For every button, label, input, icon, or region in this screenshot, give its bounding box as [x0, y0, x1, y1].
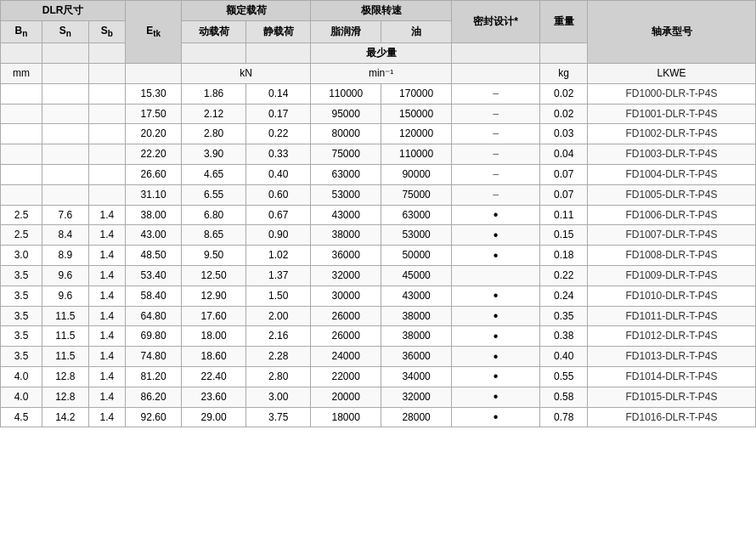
- cell-weight: 0.22: [540, 265, 588, 285]
- cell-seal: •: [452, 326, 540, 347]
- cell-etk: 74.80: [126, 347, 182, 367]
- table-row: 31.106.550.605300075000–0.07FD1005-DLR-T…: [1, 184, 756, 205]
- cell-static: 0.22: [246, 124, 311, 144]
- cell-weight: 0.40: [540, 347, 588, 367]
- cell-grease: 95000: [311, 104, 381, 124]
- cell-bn: [1, 164, 42, 184]
- cell-bn: 4.5: [1, 407, 42, 427]
- cell-static: 0.14: [246, 83, 311, 104]
- table-row: 4.514.21.492.6029.003.751800028000•0.78F…: [1, 407, 756, 427]
- header-sb: Sb: [88, 20, 125, 42]
- cell-static: 2.28: [246, 347, 311, 367]
- table-row: 4.012.81.486.2023.603.002000032000•0.58F…: [1, 387, 756, 407]
- cell-oil: 110000: [381, 144, 452, 165]
- cell-seal: –: [452, 83, 540, 104]
- cell-dynamic: 17.60: [182, 306, 246, 326]
- cell-sb: 1.4: [88, 306, 125, 326]
- cell-dynamic: 8.65: [182, 225, 246, 246]
- cell-bn: [1, 104, 42, 124]
- cell-oil: 75000: [381, 184, 452, 205]
- cell-dynamic: 1.86: [182, 83, 246, 104]
- cell-grease: 22000: [311, 366, 381, 387]
- unit-kn: kN: [182, 63, 311, 83]
- cell-model: FD1002-DLR-T-P4S: [588, 124, 756, 144]
- table-row: 2.58.41.443.008.650.903800053000•0.15FD1…: [1, 225, 756, 246]
- cell-etk: 31.10: [126, 184, 182, 205]
- cell-sb: 1.4: [88, 246, 125, 266]
- cell-bn: 2.5: [1, 205, 42, 225]
- cell-bn: [1, 184, 42, 205]
- cell-grease: 26000: [311, 326, 381, 347]
- cell-dynamic: 2.80: [182, 124, 246, 144]
- cell-static: 0.40: [246, 164, 311, 184]
- cell-grease: 63000: [311, 164, 381, 184]
- cell-model: FD1005-DLR-T-P4S: [588, 184, 756, 205]
- cell-sb: 1.4: [88, 326, 125, 347]
- cell-weight: 0.07: [540, 164, 588, 184]
- table-row: 3.511.51.469.8018.002.162600038000•0.38F…: [1, 326, 756, 347]
- cell-static: 1.50: [246, 285, 311, 306]
- cell-dynamic: 23.60: [182, 387, 246, 407]
- cell-sn: [42, 104, 89, 124]
- cell-sn: 11.5: [42, 347, 89, 367]
- cell-seal: –: [452, 184, 540, 205]
- cell-static: 0.33: [246, 144, 311, 165]
- header-sn: Sn: [42, 20, 89, 42]
- cell-sn: [42, 124, 89, 144]
- unit-lkwe: LKWE: [588, 63, 756, 83]
- cell-sn: 11.5: [42, 326, 89, 347]
- cell-weight: 0.02: [540, 83, 588, 104]
- cell-dynamic: 9.50: [182, 246, 246, 266]
- cell-seal: •: [452, 246, 540, 266]
- cell-bn: 3.5: [1, 326, 42, 347]
- cell-etk: 64.80: [126, 306, 182, 326]
- cell-sb: [88, 104, 125, 124]
- cell-sb: 1.4: [88, 387, 125, 407]
- cell-bn: 3.5: [1, 285, 42, 306]
- cell-seal: •: [452, 205, 540, 225]
- table-row: 20.202.800.2280000120000–0.03FD1002-DLR-…: [1, 124, 756, 144]
- cell-dynamic: 2.12: [182, 104, 246, 124]
- cell-model: FD1001-DLR-T-P4S: [588, 104, 756, 124]
- cell-dynamic: 3.90: [182, 144, 246, 165]
- cell-bn: [1, 124, 42, 144]
- cell-model: FD1015-DLR-T-P4S: [588, 387, 756, 407]
- header-rated-load: 额定载荷: [182, 1, 311, 21]
- cell-grease: 24000: [311, 347, 381, 367]
- bearing-data-table: DLR尺寸 Etk 额定载荷 极限转速 密封设计* 重量 轴承型号 Bn Sn …: [0, 0, 756, 427]
- cell-static: 1.02: [246, 246, 311, 266]
- table-row: 3.511.51.464.8017.602.002600038000•0.35F…: [1, 306, 756, 326]
- cell-oil: 53000: [381, 225, 452, 246]
- cell-sb: [88, 83, 125, 104]
- cell-seal: –: [452, 164, 540, 184]
- cell-grease: 38000: [311, 225, 381, 246]
- cell-bn: 3.5: [1, 306, 42, 326]
- cell-model: FD1003-DLR-T-P4S: [588, 144, 756, 165]
- cell-bn: 3.0: [1, 246, 42, 266]
- cell-etk: 38.00: [126, 205, 182, 225]
- cell-dynamic: 18.00: [182, 326, 246, 347]
- table-row: 15.301.860.14110000170000–0.02FD1000-DLR…: [1, 83, 756, 104]
- header-seal-design: 密封设计*: [452, 1, 540, 43]
- cell-static: 3.75: [246, 407, 311, 427]
- cell-etk: 86.20: [126, 387, 182, 407]
- cell-grease: 75000: [311, 144, 381, 165]
- cell-static: 0.90: [246, 225, 311, 246]
- main-table-container: DLR尺寸 Etk 额定载荷 极限转速 密封设计* 重量 轴承型号 Bn Sn …: [0, 0, 756, 427]
- header-min-amount: 最少量: [311, 43, 452, 64]
- unit-mm: mm: [1, 63, 42, 83]
- cell-oil: 50000: [381, 246, 452, 266]
- cell-weight: 0.55: [540, 366, 588, 387]
- cell-dynamic: 12.90: [182, 285, 246, 306]
- cell-grease: 26000: [311, 306, 381, 326]
- header-bearing-number: 轴承型号: [588, 1, 756, 64]
- table-row: 3.511.51.474.8018.602.282400036000•0.40F…: [1, 347, 756, 367]
- unit-seal: [452, 63, 540, 83]
- cell-sb: 1.4: [88, 407, 125, 427]
- cell-model: FD1004-DLR-T-P4S: [588, 164, 756, 184]
- cell-dynamic: 22.40: [182, 366, 246, 387]
- cell-grease: 30000: [311, 285, 381, 306]
- cell-model: FD1000-DLR-T-P4S: [588, 83, 756, 104]
- header-sn-empty: [42, 43, 89, 64]
- header-dlr-size: DLR尺寸: [1, 1, 126, 21]
